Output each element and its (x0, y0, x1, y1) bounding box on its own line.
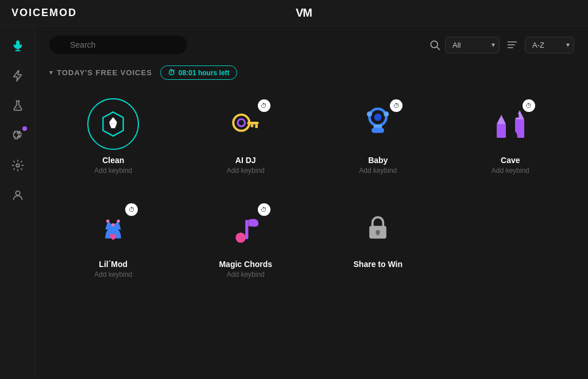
svg-rect-38 (377, 232, 379, 235)
voice-keybind-sharetowin: - (377, 270, 379, 279)
svg-rect-28 (497, 115, 500, 118)
voice-name-clean: Clean (102, 156, 124, 165)
filter-group: All Free Premium ▾ A-Z (429, 37, 574, 53)
voice-card-clean[interactable]: Clean Add keybind (49, 89, 177, 181)
voice-name-sharetowin: Share to Win (354, 260, 403, 269)
svg-point-14 (238, 119, 245, 126)
voice-icon-lilmod: ⏱ (87, 202, 139, 254)
svg-point-33 (117, 219, 120, 222)
voice-name-aidj: AI DJ (235, 156, 256, 165)
voice-card-baby[interactable]: ⏱ Baby Add keybind (314, 89, 442, 181)
svg-rect-21 (372, 127, 384, 133)
voice-keybind-clean[interactable]: Add keybind (94, 167, 132, 175)
svg-point-23 (384, 111, 389, 117)
svg-point-34 (235, 233, 246, 243)
voice-card-magicchords[interactable]: ⏱ Magic Chords Add keybind (182, 193, 310, 285)
voice-keybind-cave[interactable]: Add keybind (492, 167, 529, 175)
voice-keybind-lilmod[interactable]: Add keybind (94, 270, 132, 279)
sidebar-item-puzzle[interactable] (5, 123, 30, 148)
svg-rect-24 (497, 124, 506, 138)
svg-rect-16 (255, 125, 258, 128)
svg-line-8 (437, 47, 440, 50)
puzzle-badge (22, 126, 27, 131)
all-filter-wrapper: All Free Premium ▾ (445, 37, 500, 53)
sidebar (0, 26, 36, 379)
svg-rect-35 (245, 220, 248, 239)
voice-keybind-aidj[interactable]: Add keybind (227, 167, 265, 175)
voice-icon-cave: ⏱ (485, 98, 536, 150)
svg-point-32 (112, 223, 115, 226)
svg-rect-29 (516, 114, 519, 117)
voice-card-cave[interactable]: ⏱ Cave Add keybind (447, 89, 575, 181)
svg-point-31 (106, 219, 109, 222)
svg-point-6 (16, 191, 20, 195)
voice-name-lilmod: Lil´Mod (99, 260, 127, 269)
svg-rect-15 (247, 122, 258, 125)
voice-keybind-baby[interactable]: Add keybind (359, 167, 397, 175)
voice-card-aidj[interactable]: ⏱ AI DJ Add keybind (182, 89, 310, 181)
timer-dot-aidj: ⏱ (258, 99, 270, 112)
svg-point-5 (16, 164, 20, 167)
sidebar-item-settings[interactable] (5, 153, 30, 178)
search-wrapper: 🔍 (49, 36, 187, 54)
sidebar-item-user[interactable] (5, 183, 30, 208)
all-filter-select[interactable]: All Free Premium (445, 37, 500, 53)
svg-rect-17 (250, 125, 253, 127)
sort-icon[interactable] (504, 39, 520, 51)
voice-name-baby: Baby (368, 156, 388, 165)
svg-point-13 (233, 115, 249, 131)
vm-logo-icon: VM (296, 6, 312, 20)
voice-keybind-magicchords[interactable]: Add keybind (227, 270, 265, 279)
voice-icon-aidj: ⏱ (220, 98, 272, 150)
section-header: ▾ TODAY'S FREE VOICES ⏱ 08:01 hours left (49, 65, 574, 80)
timer-dot-cave: ⏱ (523, 99, 535, 112)
voice-icon-baby: ⏱ (352, 98, 404, 150)
voice-card-sharetowin[interactable]: Share to Win - (314, 193, 442, 285)
voice-name-magicchords: Magic Chords (219, 260, 272, 269)
search-input[interactable] (49, 36, 187, 54)
section-title: ▾ TODAY'S FREE VOICES (49, 68, 152, 77)
voice-icon-clean (87, 98, 139, 150)
sort-select[interactable]: A-Z Z-A Newest (525, 37, 574, 53)
svg-point-19 (374, 114, 382, 121)
voice-card-lilmod[interactable]: ⏱ Lil´Mod Add keybind (49, 193, 177, 285)
voice-icon-sharetowin (352, 202, 404, 254)
sidebar-item-bolt[interactable] (5, 63, 30, 88)
svg-point-22 (367, 111, 372, 117)
toolbar: 🔍 All Free Premium ▾ (49, 36, 574, 54)
app-logo: VOICEMOD (11, 7, 77, 19)
voice-card-empty (447, 193, 575, 285)
voice-name-cave: Cave (501, 156, 520, 165)
search-filter-icon[interactable] (429, 39, 440, 51)
sidebar-item-flask[interactable] (5, 93, 30, 118)
svg-point-3 (16, 108, 17, 109)
sidebar-item-microphone[interactable] (5, 33, 30, 59)
voice-grid-row1: Clean Add keybind ⏱ AI DJ (49, 89, 574, 181)
main-content: 🔍 All Free Premium ▾ (36, 26, 588, 379)
timer-dot-baby: ⏱ (390, 99, 403, 112)
sort-wrapper: A-Z Z-A Newest ▾ (525, 37, 574, 53)
timer-dot-magicchords: ⏱ (258, 203, 270, 216)
clock-icon: ⏱ (168, 68, 175, 77)
voice-icon-magicchords: ⏱ (220, 202, 272, 254)
app-header: VOICEMOD VM (0, 0, 588, 26)
voice-grid-row2: ⏱ Lil´Mod Add keybind (49, 193, 574, 285)
timer-dot-lilmod: ⏱ (125, 203, 138, 216)
timer-badge: ⏱ 08:01 hours left (160, 65, 237, 80)
svg-point-4 (18, 107, 18, 107)
section-chevron-icon: ▾ (49, 69, 53, 76)
main-layout: 🔍 All Free Premium ▾ (0, 26, 588, 379)
